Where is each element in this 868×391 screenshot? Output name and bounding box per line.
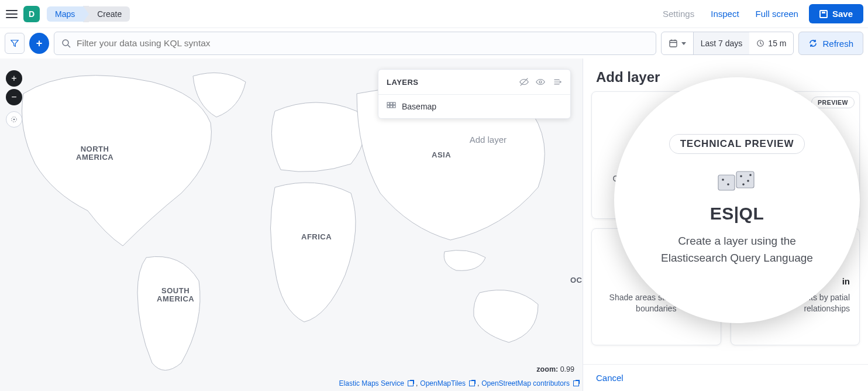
refresh-button[interactable]: Refresh	[798, 32, 863, 55]
svg-rect-13	[390, 102, 392, 105]
zoom-readout: zoom: 0.99	[536, 365, 574, 373]
zoom-in-button[interactable]: +	[6, 70, 22, 87]
svg-rect-15	[387, 105, 390, 108]
svg-point-27	[722, 179, 724, 181]
attrib-omt[interactable]: OpenMapTiles	[420, 379, 466, 387]
svg-rect-14	[393, 102, 395, 105]
time-calendar-button[interactable]	[662, 32, 694, 54]
map-attribution: Elastic Maps Service, OpenMapTiles, Open…	[339, 379, 579, 387]
layers-panel-header: LAYERS	[378, 70, 570, 95]
time-picker[interactable]: Last 7 days 15 m	[661, 32, 794, 55]
save-button[interactable]: Save	[809, 4, 863, 23]
map-label-north-america: NORTH AMERICA	[76, 145, 113, 162]
layers-panel: LAYERS Basemap	[378, 69, 571, 119]
svg-point-30	[747, 180, 749, 182]
svg-rect-26	[736, 172, 754, 188]
svg-point-28	[727, 183, 729, 186]
svg-rect-25	[718, 175, 735, 190]
hide-all-icon[interactable]	[519, 77, 529, 87]
time-interval[interactable]: 15 m	[749, 32, 793, 54]
app-header: D Maps Create Settings Inspect Full scre…	[0, 0, 868, 28]
attrib-osm[interactable]: OpenStreetMap contributors	[481, 379, 570, 387]
query-input[interactable]	[77, 38, 649, 49]
show-all-icon[interactable]	[535, 77, 546, 87]
layer-item-label: Basemap	[402, 102, 436, 111]
breadcrumb-create: Create	[89, 6, 130, 22]
query-input-wrap[interactable]	[54, 32, 656, 55]
zoom-out-button[interactable]: −	[6, 89, 22, 105]
cancel-link[interactable]: Cancel	[596, 373, 624, 383]
attrib-ems[interactable]: Elastic Maps Service	[339, 379, 404, 387]
magnifier-overlay: TECHNICAL PREVIEW ES|QL Create a layer u…	[614, 77, 860, 323]
breadcrumb-maps[interactable]: Maps	[47, 6, 83, 22]
map-label-south-america: SOUTH AMERICA	[157, 287, 194, 304]
menu-button[interactable]	[5, 7, 19, 21]
svg-point-0	[63, 40, 68, 46]
card-join-title-partial: in	[842, 276, 850, 286]
breadcrumb: Maps Create	[47, 6, 130, 22]
svg-point-32	[749, 174, 752, 176]
external-icon	[469, 380, 475, 386]
filter-button[interactable]	[5, 33, 25, 54]
svg-line-1	[68, 45, 70, 47]
query-bar: + Last 7 days 15 m Refresh	[0, 28, 868, 59]
save-button-label: Save	[832, 9, 853, 19]
settings-link[interactable]: Settings	[657, 5, 700, 22]
chevron-down-icon	[681, 42, 686, 45]
save-icon	[819, 10, 828, 18]
svg-rect-2	[670, 40, 677, 47]
calendar-icon	[669, 39, 678, 48]
add-layer-footer: Cancel	[583, 364, 868, 391]
time-range-label[interactable]: Last 7 days	[694, 32, 750, 54]
refresh-icon	[808, 39, 818, 48]
magnifier-badge: TECHNICAL PREVIEW	[669, 134, 805, 154]
external-icon	[573, 380, 579, 386]
inspect-link[interactable]: Inspect	[705, 5, 745, 22]
clock-icon	[756, 39, 764, 47]
filter-icon	[11, 39, 19, 47]
layer-item-basemap[interactable]: Basemap	[378, 95, 570, 118]
magnifier-desc: Create a layer using the Elasticsearch Q…	[649, 233, 825, 266]
add-filter-button[interactable]: +	[29, 33, 49, 54]
time-interval-label: 15 m	[768, 39, 786, 48]
crosshair-icon	[10, 115, 18, 124]
map-label-asia: ASIA	[432, 151, 451, 159]
basemap-icon	[387, 102, 396, 111]
search-icon	[61, 39, 71, 48]
preview-badge: PREVIEW	[811, 97, 855, 108]
collapse-icon[interactable]	[552, 77, 562, 87]
svg-point-29	[740, 175, 742, 177]
map-label-oc: OC	[570, 276, 583, 284]
fullscreen-link[interactable]: Full screen	[750, 5, 804, 22]
refresh-label: Refresh	[822, 39, 853, 49]
breadcrumb-separator	[83, 6, 89, 22]
space-avatar[interactable]: D	[23, 6, 40, 22]
zoom-controls: + −	[6, 70, 22, 128]
magnifier-esql-title: ES|QL	[710, 204, 764, 224]
fit-bounds-button[interactable]	[6, 111, 22, 128]
svg-point-31	[742, 183, 745, 186]
svg-point-9	[13, 119, 15, 121]
layers-panel-title: LAYERS	[387, 78, 519, 87]
add-layer-ghost[interactable]: Add layer	[470, 135, 507, 145]
svg-point-11	[539, 81, 542, 83]
zoom-label: zoom:	[536, 365, 558, 373]
map-canvas[interactable]: NORTH AMERICA SOUTH AMERICA AFRICA ASIA …	[0, 59, 583, 391]
map-label-africa: AFRICA	[301, 233, 332, 241]
svg-rect-17	[393, 105, 395, 108]
svg-rect-12	[387, 102, 390, 105]
magnifier-esql-icon	[717, 168, 757, 196]
zoom-value: 0.99	[560, 365, 574, 373]
svg-rect-16	[390, 105, 392, 108]
external-icon	[408, 380, 414, 386]
